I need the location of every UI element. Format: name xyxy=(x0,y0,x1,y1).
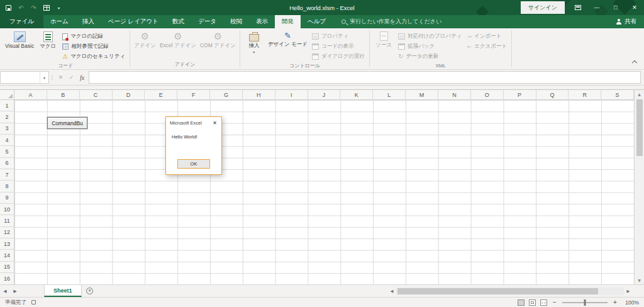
scroll-up-icon[interactable]: ▲ xyxy=(635,90,644,98)
row-header-8[interactable]: 8 xyxy=(0,181,14,192)
column-header-B[interactable]: B xyxy=(47,90,80,100)
tab-data[interactable]: データ xyxy=(191,15,223,28)
page-layout-view-button[interactable] xyxy=(529,299,536,306)
properties-button[interactable]: プロパティ xyxy=(309,31,367,42)
import-button[interactable]: → インポート xyxy=(465,31,510,42)
column-header-G[interactable]: G xyxy=(210,90,243,100)
command-button-control[interactable]: CommandBu xyxy=(47,117,87,129)
column-header-R[interactable]: R xyxy=(569,90,601,100)
column-header-I[interactable]: I xyxy=(275,90,308,100)
com-add-ins-button[interactable]: ⚙ COM アドイン xyxy=(198,30,238,50)
dialog-close-button[interactable]: ✕ xyxy=(211,120,218,126)
run-dialog-button[interactable]: ダイアログの実行 xyxy=(309,52,367,62)
row-header-9[interactable]: 9 xyxy=(0,193,14,204)
tab-view[interactable]: 表示 xyxy=(249,15,275,28)
enter-formula-button[interactable]: ✓ xyxy=(66,70,77,85)
tab-insert[interactable]: 挿入 xyxy=(75,15,101,28)
tell-me-search[interactable]: 実行したい作業を入力してください xyxy=(341,15,441,28)
row-header-12[interactable]: 12 xyxy=(0,227,14,238)
refresh-data-button[interactable]: ↻ データの更新 xyxy=(396,52,464,62)
column-header-J[interactable]: J xyxy=(308,90,341,100)
zoom-slider[interactable] xyxy=(562,302,608,303)
column-header-C[interactable]: C xyxy=(80,90,113,100)
redo-button[interactable]: ↷ xyxy=(30,3,37,13)
collapse-ribbon-button[interactable] xyxy=(630,59,639,66)
vertical-scrollbar-thumb[interactable] xyxy=(636,99,643,156)
touch-mode-button[interactable] xyxy=(43,3,50,13)
record-macro-button[interactable]: マクロの記録 xyxy=(60,31,128,42)
row-header-2[interactable]: 2 xyxy=(0,111,14,123)
macro-security-button[interactable]: ⚠ マクロのセキュリティ xyxy=(60,52,128,62)
insert-function-button[interactable]: fx xyxy=(77,70,87,85)
zoom-level[interactable]: 100% xyxy=(623,299,639,306)
design-mode-button[interactable]: ✎ デザイン モード xyxy=(266,30,309,49)
sheet-tab-sheet1[interactable]: Sheet1 xyxy=(44,285,82,297)
sign-in-button[interactable]: サインイン xyxy=(521,1,565,14)
zoom-out-button[interactable]: − xyxy=(552,299,558,306)
column-header-D[interactable]: D xyxy=(113,90,145,100)
formula-input[interactable] xyxy=(89,71,641,84)
horizontal-scrollbar[interactable]: ◀ ▶ xyxy=(387,285,636,297)
tab-developer[interactable]: 開発 xyxy=(275,15,301,28)
excel-add-ins-button[interactable]: ⚙ Excel アドイン xyxy=(158,30,198,50)
horizontal-scrollbar-thumb[interactable] xyxy=(397,288,598,294)
zoom-in-button[interactable]: + xyxy=(612,299,618,306)
insert-control-button[interactable]: 挿入 ▾ xyxy=(242,30,266,55)
use-relative-references-button[interactable]: 相対参照で記録 xyxy=(60,42,128,52)
name-box[interactable]: ▾ xyxy=(0,71,49,84)
column-header-M[interactable]: M xyxy=(406,90,438,100)
row-header-11[interactable]: 11 xyxy=(0,215,14,226)
maximize-button[interactable]: □ xyxy=(606,0,625,15)
tab-file[interactable]: ファイル xyxy=(0,15,43,28)
column-header-E[interactable]: E xyxy=(145,90,177,100)
row-header-5[interactable]: 5 xyxy=(0,146,14,157)
column-header-F[interactable]: F xyxy=(177,90,210,100)
minimize-button[interactable]: — xyxy=(587,0,606,15)
customize-quick-access-button[interactable]: ▾ xyxy=(55,3,62,13)
normal-view-button[interactable] xyxy=(518,299,525,306)
scroll-left-icon[interactable]: ◀ xyxy=(387,289,396,294)
share-button[interactable]: 共有 xyxy=(609,15,644,28)
row-header-3[interactable]: 3 xyxy=(0,123,14,135)
page-break-view-button[interactable] xyxy=(540,299,547,306)
column-header-O[interactable]: O xyxy=(471,90,504,100)
column-header-S[interactable]: S xyxy=(601,90,634,100)
sheet-nav-right-icon[interactable]: ▶ xyxy=(10,285,20,297)
column-header-P[interactable]: P xyxy=(504,90,536,100)
row-header-7[interactable]: 7 xyxy=(0,169,14,181)
close-button[interactable]: ✕ xyxy=(625,0,644,15)
row-header-10[interactable]: 10 xyxy=(0,204,14,215)
macros-button[interactable]: マクロ xyxy=(36,30,60,51)
column-header-K[interactable]: K xyxy=(340,90,373,100)
tab-review[interactable]: 校閲 xyxy=(223,15,249,28)
row-header-4[interactable]: 4 xyxy=(0,135,14,146)
row-header-6[interactable]: 6 xyxy=(0,158,14,169)
record-macro-status-button[interactable] xyxy=(31,300,36,304)
name-box-dropdown-icon[interactable]: ▾ xyxy=(40,72,48,83)
row-header-16[interactable]: 16 xyxy=(0,273,14,284)
select-all-button[interactable] xyxy=(0,90,14,100)
scroll-down-icon[interactable]: ▼ xyxy=(635,276,644,284)
column-header-A[interactable]: A xyxy=(14,90,47,100)
tab-help[interactable]: ヘルプ xyxy=(301,15,333,28)
vertical-scrollbar[interactable]: ▲ ▼ xyxy=(634,90,644,284)
column-header-N[interactable]: N xyxy=(438,90,471,100)
column-header-Q[interactable]: Q xyxy=(536,90,569,100)
tab-formulas[interactable]: 数式 xyxy=(165,15,191,28)
column-header-H[interactable]: H xyxy=(243,90,275,100)
sheet-nav-left-icon[interactable]: ◀ xyxy=(0,285,10,297)
row-header-13[interactable]: 13 xyxy=(0,238,14,250)
add-ins-button[interactable]: ⚙ アドイン xyxy=(132,30,158,50)
expansion-packs-button[interactable]: 拡張パック xyxy=(396,42,464,52)
zoom-slider-thumb[interactable] xyxy=(584,299,586,306)
tab-page-layout[interactable]: ページ レイアウト xyxy=(101,15,165,28)
dialog-ok-button[interactable]: OK xyxy=(177,159,210,169)
row-header-15[interactable]: 15 xyxy=(0,262,14,273)
tab-home[interactable]: ホーム xyxy=(43,15,75,28)
visual-basic-button[interactable]: Visual Basic xyxy=(3,30,36,51)
row-header-1[interactable]: 1 xyxy=(0,100,14,111)
map-properties-button[interactable]: 対応付けのプロパティ xyxy=(396,31,464,42)
export-button[interactable]: ← エクスポート xyxy=(465,42,510,52)
cancel-formula-button[interactable]: ✕ xyxy=(55,70,66,85)
ribbon-display-options-button[interactable] xyxy=(569,0,587,15)
